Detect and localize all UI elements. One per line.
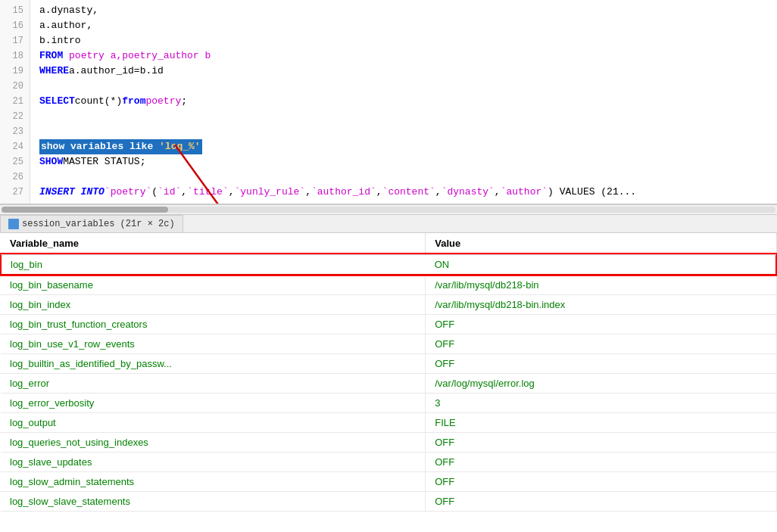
code-line-17: b.intro	[39, 33, 768, 48]
code-line-20	[39, 79, 768, 94]
scrollbar-track[interactable]	[2, 207, 775, 213]
variable-value-cell: ON	[426, 254, 776, 275]
code-line-24: show variables like 'log_%'	[39, 139, 768, 154]
results-panel: session_variables (21r × 2c) Variable_na…	[0, 215, 777, 512]
code-line-18: FROM poetry a,poetry_author b	[39, 48, 768, 64]
code-line-21: SELECT count(*) from poetry;	[39, 94, 768, 109]
variable-name-cell: log_builtin_as_identified_by_passw...	[1, 354, 426, 374]
variable-value-cell: OFF	[426, 492, 776, 512]
variable-name-cell: log_bin_index	[1, 295, 426, 315]
variable-name-cell: log_bin_use_v1_row_events	[1, 334, 426, 354]
variable-name-cell: log_error_verbosity	[1, 394, 426, 413]
code-content[interactable]: a.dynasty, a.author, b.intro FROM poetry…	[30, 0, 777, 204]
variable-value-cell: OFF	[426, 315, 776, 334]
code-line-27: INSERT INTO `poetry` (`id`, `title`, `yu…	[39, 185, 768, 200]
variable-value-cell: /var/lib/mysql/db218-bin.index	[426, 295, 776, 315]
table-row: log_error/var/log/mysql/error.log	[1, 374, 776, 394]
table-row: log_error_verbosity3	[1, 394, 776, 413]
table-row: log_slow_slave_statementsOFF	[1, 492, 776, 512]
variable-name-cell: log_queries_not_using_indexes	[1, 433, 426, 453]
variable-value-cell: OFF	[426, 354, 776, 374]
variable-name-cell: log_bin_basename	[1, 275, 426, 295]
variable-name-cell: log_bin	[1, 254, 426, 275]
col-header-variable-name: Variable_name	[1, 233, 426, 254]
code-line-25: SHOW MASTER STATUS;	[39, 154, 768, 170]
session-variables-tab[interactable]: session_variables (21r × 2c)	[0, 215, 183, 232]
variable-name-cell: log_bin_trust_function_creators	[1, 315, 426, 334]
code-line-23	[39, 124, 768, 139]
variable-value-cell: OFF	[426, 433, 776, 453]
variable-value-cell: 3	[426, 394, 776, 413]
code-line-26	[39, 170, 768, 185]
variable-name-cell: log_slave_updates	[1, 453, 426, 472]
variable-value-cell: OFF	[426, 453, 776, 472]
code-line-19: WHERE a.author_id=b.id	[39, 64, 768, 79]
variable-name-cell: log_slow_admin_statements	[1, 472, 426, 492]
col-header-value: Value	[426, 233, 776, 254]
table-row: log_queries_not_using_indexesOFF	[1, 433, 776, 453]
variable-value-cell: FILE	[426, 413, 776, 433]
table-row: log_slave_updatesOFF	[1, 453, 776, 472]
table-row: log_bin_index/var/lib/mysql/db218-bin.in…	[1, 295, 776, 315]
variable-value-cell: /var/log/mysql/error.log	[426, 374, 776, 394]
variable-value-cell: OFF	[426, 472, 776, 492]
results-table: Variable_name Value log_binONlog_bin_bas…	[0, 233, 777, 512]
results-tab-bar: session_variables (21r × 2c)	[0, 215, 777, 233]
table-icon	[8, 219, 19, 229]
tab-label: session_variables (21r × 2c)	[22, 219, 175, 229]
variable-name-cell: log_slow_slave_statements	[1, 492, 426, 512]
line-numbers: 15 16 17 18 19 20 21 22 23 24 25 26 27	[0, 0, 30, 204]
table-row: log_binON	[1, 254, 776, 275]
table-row: log_outputFILE	[1, 413, 776, 433]
code-editor: 15 16 17 18 19 20 21 22 23 24 25 26 27 a…	[0, 0, 777, 204]
table-row: log_bin_basename/var/lib/mysql/db218-bin	[1, 275, 776, 295]
table-row: log_slow_admin_statementsOFF	[1, 472, 776, 492]
variable-name-cell: log_error	[1, 374, 426, 394]
code-line-22	[39, 109, 768, 124]
table-wrapper[interactable]: Variable_name Value log_binONlog_bin_bas…	[0, 233, 777, 512]
table-row: log_bin_trust_function_creatorsOFF	[1, 315, 776, 334]
horizontal-scrollbar[interactable]	[0, 204, 777, 215]
variable-value-cell: OFF	[426, 334, 776, 354]
variable-name-cell: log_output	[1, 413, 426, 433]
scrollbar-thumb[interactable]	[2, 207, 168, 213]
code-line-15: a.dynasty,	[39, 3, 768, 18]
variable-value-cell: /var/lib/mysql/db218-bin	[426, 275, 776, 295]
table-row: log_builtin_as_identified_by_passw...OFF	[1, 354, 776, 374]
code-line-16: a.author,	[39, 18, 768, 33]
table-row: log_bin_use_v1_row_eventsOFF	[1, 334, 776, 354]
